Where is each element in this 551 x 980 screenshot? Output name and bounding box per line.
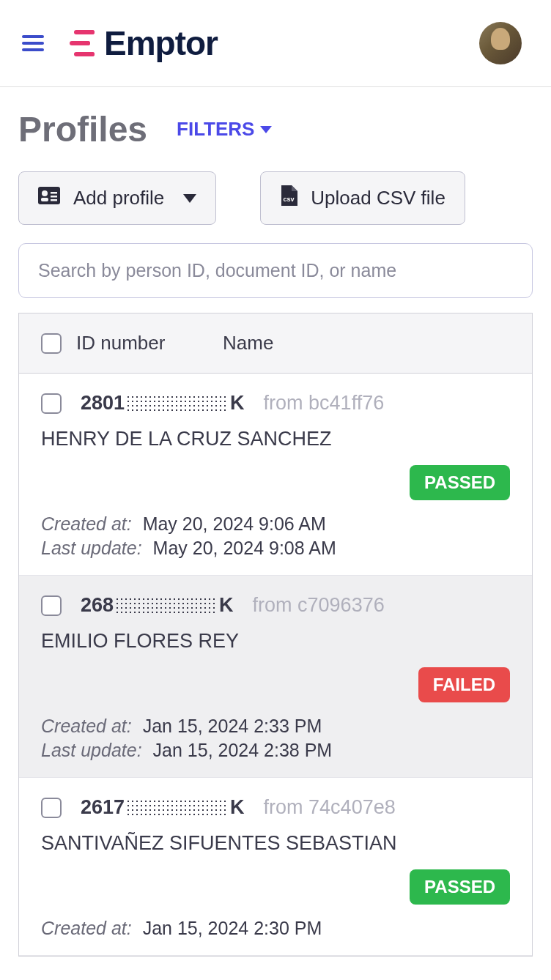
header-left: Emptor — [22, 23, 218, 63]
person-name: HENRY DE LA CRUZ SANCHEZ — [41, 428, 510, 450]
last-update: Last update: May 20, 2024 9:08 AM — [41, 538, 510, 559]
column-header-id[interactable]: ID number — [76, 332, 201, 354]
redacted-icon — [126, 799, 229, 817]
last-update-label: Last update: — [41, 538, 142, 558]
person-name: SANTIVAÑEZ SIFUENTES SEBASTIAN — [41, 832, 510, 855]
brand-logo[interactable]: Emptor — [66, 23, 218, 63]
svg-rect-7 — [51, 196, 57, 198]
status-row: PASSED — [41, 465, 510, 500]
search-input[interactable] — [18, 243, 533, 298]
status-badge: FAILED — [418, 667, 510, 702]
last-update-value: Jan 15, 2024 2:38 PM — [153, 740, 333, 760]
id-number: 268K — [81, 594, 234, 617]
redacted-icon — [115, 597, 218, 615]
svg-point-2 — [90, 52, 95, 56]
menu-icon[interactable] — [22, 35, 44, 51]
from-text: from 74c407e8 — [264, 796, 396, 819]
created-at: Created at: Jan 15, 2024 2:30 PM — [41, 918, 510, 939]
id-prefix: 2617 — [81, 796, 125, 819]
status-row: FAILED — [41, 667, 510, 702]
emptor-logo-icon — [66, 28, 97, 59]
avatar[interactable] — [479, 22, 522, 64]
svg-point-0 — [90, 30, 95, 34]
chevron-down-icon — [260, 126, 272, 133]
row-top: 2617K from 74c407e8 — [41, 796, 510, 819]
last-update: Last update: Jan 15, 2024 2:38 PM — [41, 740, 510, 761]
id-card-icon — [38, 187, 60, 209]
id-suffix: K — [230, 392, 245, 415]
upload-csv-button[interactable]: csv Upload CSV file — [260, 171, 465, 225]
row-checkbox[interactable] — [41, 798, 62, 818]
status-row: PASSED — [41, 869, 510, 905]
brand-name: Emptor — [104, 23, 218, 63]
svg-point-4 — [42, 190, 48, 196]
created-at-label: Created at: — [41, 513, 132, 534]
id-suffix: K — [230, 796, 245, 819]
action-row: Add profile csv Upload CSV file — [0, 164, 551, 243]
created-at: Created at: May 20, 2024 9:06 AM — [41, 513, 510, 535]
select-all-checkbox[interactable] — [41, 333, 62, 354]
person-name: EMILIO FLORES REY — [41, 630, 510, 653]
from-text: from bc41ff76 — [264, 392, 385, 415]
app-header: Emptor — [0, 0, 551, 87]
id-number: 2801K — [81, 392, 245, 415]
created-at: Created at: Jan 15, 2024 2:33 PM — [41, 716, 510, 737]
column-header-name[interactable]: Name — [223, 332, 273, 354]
status-badge: PASSED — [410, 869, 510, 905]
row-top: 268K from c7096376 — [41, 594, 510, 617]
table-row[interactable]: 2617K from 74c407e8 SANTIVAÑEZ SIFUENTES… — [19, 778, 532, 956]
filters-label: FILTERS — [177, 118, 254, 141]
status-badge: PASSED — [410, 465, 510, 500]
table-row[interactable]: 2801K from bc41ff76 HENRY DE LA CRUZ SAN… — [19, 374, 532, 576]
row-top: 2801K from bc41ff76 — [41, 392, 510, 415]
row-checkbox[interactable] — [41, 595, 62, 616]
created-at-value: Jan 15, 2024 2:33 PM — [143, 716, 322, 736]
filters-button[interactable]: FILTERS — [177, 118, 272, 141]
file-csv-icon: csv — [280, 185, 297, 211]
table-row[interactable]: 268K from c7096376 EMILIO FLORES REY FAI… — [19, 576, 532, 778]
svg-rect-6 — [51, 192, 57, 194]
id-suffix: K — [219, 594, 234, 617]
table-header: ID number Name — [19, 313, 532, 374]
upload-csv-label: Upload CSV file — [311, 187, 445, 209]
svg-text:csv: csv — [284, 196, 295, 203]
page-title: Profiles — [18, 109, 147, 149]
created-at-value: Jan 15, 2024 2:30 PM — [143, 918, 322, 938]
row-checkbox[interactable] — [41, 393, 62, 414]
created-at-value: May 20, 2024 9:06 AM — [143, 513, 326, 534]
last-update-value: May 20, 2024 9:08 AM — [153, 538, 336, 558]
id-prefix: 2801 — [81, 392, 125, 415]
last-update-label: Last update: — [41, 740, 142, 760]
created-at-label: Created at: — [41, 918, 132, 938]
svg-rect-8 — [51, 199, 57, 201]
svg-rect-5 — [41, 198, 48, 201]
svg-point-1 — [86, 41, 90, 45]
id-number: 2617K — [81, 796, 245, 819]
profiles-table: ID number Name 2801K from bc41ff76 HENRY… — [18, 313, 533, 957]
redacted-icon — [126, 395, 229, 412]
page-title-row: Profiles FILTERS — [0, 87, 551, 164]
id-prefix: 268 — [81, 594, 114, 617]
add-profile-label: Add profile — [73, 187, 164, 209]
chevron-down-icon — [183, 194, 196, 203]
add-profile-button[interactable]: Add profile — [18, 171, 216, 225]
from-text: from c7096376 — [253, 594, 385, 617]
search-wrap — [0, 243, 551, 313]
created-at-label: Created at: — [41, 716, 132, 736]
